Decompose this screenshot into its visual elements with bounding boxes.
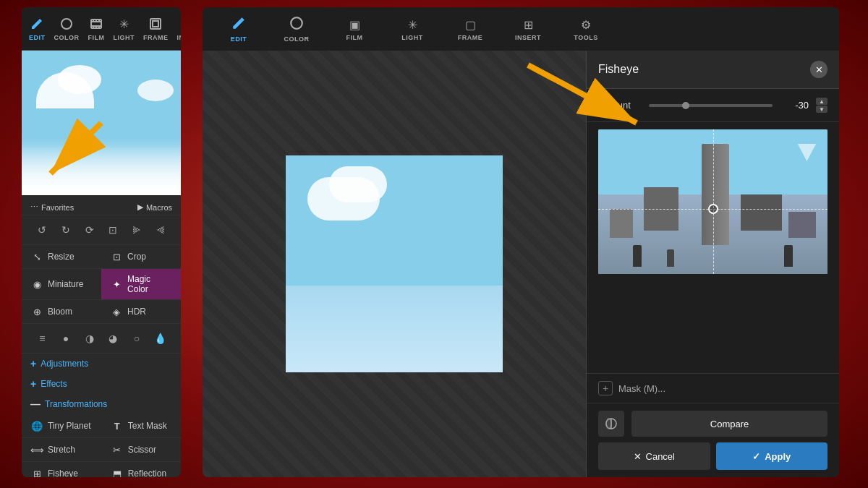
reflection-icon: ⬒ [111, 467, 124, 477]
amount-row: Amount -30 ▲ ▼ [587, 89, 839, 122]
transformations-minus-icon: — [30, 398, 41, 410]
apply-button[interactable]: ✓ Apply [716, 442, 828, 470]
dialog-title: Fisheye [598, 63, 639, 76]
right-edit-icon [231, 16, 246, 33]
lines-icon[interactable]: ≡ [32, 328, 52, 348]
right-toolbar-tools[interactable]: ⚙ TOOLS [564, 15, 608, 44]
right-tools-label: TOOLS [574, 34, 597, 41]
flip-icon[interactable]: ⟳ [80, 220, 100, 240]
right-toolbar-color[interactable]: COLOR [275, 13, 318, 46]
toolbar-film[interactable]: FILM [84, 13, 109, 44]
reflection-tool[interactable]: ⬒ Reflection [102, 462, 181, 477]
toolbar-frame[interactable]: FRAME [139, 13, 173, 44]
compare-label: Compare [710, 419, 749, 429]
scissor-icon: ✂ [111, 443, 124, 456]
macros-item[interactable]: ▶ Macros [137, 202, 172, 212]
adjustments-plus-icon: + [30, 358, 36, 369]
stepper-down[interactable]: ▼ [816, 106, 827, 113]
magic-color-icon: ✦ [110, 278, 123, 291]
cancel-button[interactable]: ✕ Cancel [598, 442, 710, 470]
edit-icon [29, 16, 45, 32]
rotate-right-icon[interactable]: ↻ [56, 220, 76, 240]
compare-icon-button[interactable] [598, 411, 624, 437]
toolbar-edit[interactable]: EDIT [25, 13, 50, 44]
stretch-icon: ⟺ [30, 443, 43, 456]
adjustments-section[interactable]: + Adjustments [22, 354, 181, 374]
magic-color-tool[interactable]: ✦ Magic Color [101, 269, 181, 300]
split-h-icon[interactable]: ⫷ [150, 220, 171, 240]
bloom-tool[interactable]: ⊕ Bloom [22, 300, 101, 324]
svg-rect-11 [153, 21, 158, 27]
drop-icon[interactable]: 💧 [150, 328, 171, 348]
amount-value: -30 [780, 100, 809, 111]
resize-tool[interactable]: ⤡ Resize [22, 245, 101, 269]
center-line-vertical [713, 129, 714, 274]
scissor-label: Scissor [128, 445, 156, 455]
effects-section[interactable]: + Effects [22, 374, 181, 394]
right-toolbar-insert[interactable]: ⊞ INSERT [506, 15, 550, 44]
fisheye-tool[interactable]: ⊞ Fisheye [22, 462, 102, 477]
tiny-planet-tool[interactable]: 🌐 Tiny Planet [22, 414, 102, 438]
right-light-icon: ✳ [408, 18, 417, 32]
center-control-dot[interactable] [708, 204, 718, 214]
toolbar-color[interactable]: COLOR [50, 13, 84, 44]
amount-label: Amount [598, 100, 642, 111]
crop-tool[interactable]: ⊡ Crop [101, 245, 181, 269]
macros-label: Macros [146, 203, 172, 212]
text-mask-label: Text Mask [128, 421, 167, 431]
frame-icon [148, 16, 163, 32]
preview-image [598, 129, 827, 274]
toolbar-light[interactable]: ✳ LIGHT [109, 13, 140, 44]
magic-color-label: Magic Color [127, 274, 172, 294]
svg-point-18 [291, 17, 302, 29]
circle-grad-icon[interactable]: ◕ [103, 328, 123, 348]
toolbar-color-label: COLOR [54, 34, 80, 41]
right-toolbar-edit[interactable]: EDIT [217, 13, 260, 46]
quick-access-row: ⋯ Favorites ▶ Macros [22, 200, 181, 215]
right-toolbar-frame[interactable]: ▢ FRAME [448, 15, 492, 44]
circle-half-icon[interactable]: ◑ [80, 328, 100, 348]
tiny-planet-icon: 🌐 [30, 419, 43, 432]
circle-dark-icon[interactable]: ● [56, 328, 76, 348]
stretch-tool[interactable]: ⟺ Stretch [22, 438, 102, 462]
hdr-tool[interactable]: ◈ HDR [101, 300, 181, 324]
miniature-label: Miniature [48, 279, 83, 289]
scissor-tool[interactable]: ✂ Scissor [102, 438, 181, 462]
right-film-label: FILM [346, 34, 363, 41]
circle-outline-icon[interactable]: ○ [127, 328, 147, 348]
reflection-label: Reflection [128, 468, 166, 477]
svg-rect-20 [606, 419, 611, 429]
toolbar-film-label: FILM [88, 34, 105, 41]
toolbar-insert[interactable]: INSERT [173, 13, 181, 44]
miniature-tool[interactable]: ◉ Miniature [22, 269, 101, 300]
color-icon [59, 16, 75, 32]
mask-plus-icon: + [598, 381, 613, 395]
transformations-grid: 🌐 Tiny Planet T Text Mask ⟺ Stretch ✂ Sc… [22, 414, 181, 477]
favorites-label: Favorites [41, 203, 74, 212]
close-button[interactable]: ✕ [810, 61, 827, 78]
right-insert-icon: ⊞ [524, 18, 533, 32]
amount-slider[interactable] [649, 104, 773, 107]
stepper-up[interactable]: ▲ [816, 98, 827, 105]
split-v-icon[interactable]: ⫸ [127, 220, 147, 240]
slider-thumb [682, 102, 689, 109]
image-preview [22, 51, 181, 195]
right-toolbar-film[interactable]: ▣ FILM [333, 15, 376, 44]
right-toolbar-light[interactable]: ✳ LIGHT [391, 15, 434, 44]
bloom-icon: ⊕ [30, 305, 43, 318]
rotate-left-icon[interactable]: ↺ [32, 220, 52, 240]
tiny-planet-label: Tiny Planet [48, 421, 91, 431]
canvas-area [203, 51, 586, 477]
text-mask-tool[interactable]: T Text Mask [102, 414, 181, 438]
crop-quick-icon[interactable]: ⊡ [103, 220, 123, 240]
mask-row[interactable]: + Mask (M)... [587, 373, 839, 403]
compare-button[interactable]: Compare [631, 411, 827, 437]
bloom-label: Bloom [48, 307, 72, 317]
transformations-section[interactable]: — Transformations [22, 394, 181, 414]
favorites-item[interactable]: ⋯ Favorites [30, 202, 74, 212]
right-film-icon: ▣ [349, 18, 360, 32]
preview-area [587, 122, 839, 373]
icon-row: ↺ ↻ ⟳ ⊡ ⫸ ⫷ [22, 215, 181, 245]
tools-grid: ⤡ Resize ⊡ Crop ◉ Miniature ✦ Magic Colo… [22, 245, 181, 324]
crop-label: Crop [127, 252, 146, 262]
